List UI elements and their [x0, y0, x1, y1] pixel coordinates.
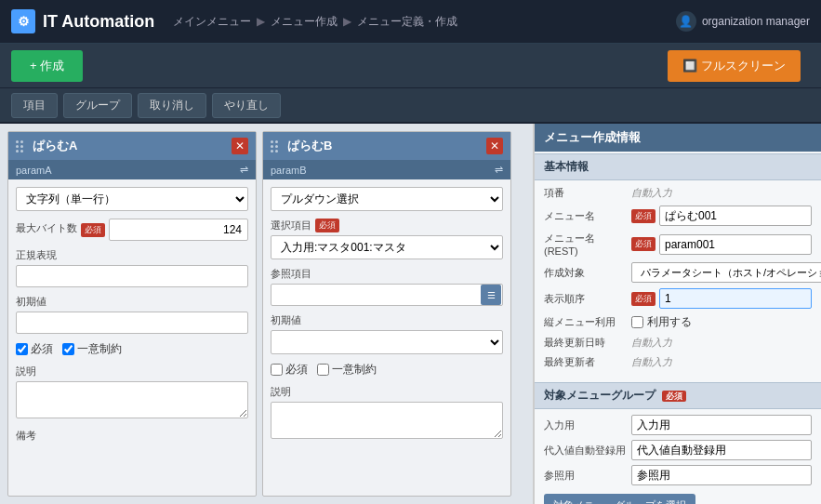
- type-select-row-a: 文字列（単一行）: [16, 187, 248, 211]
- create-target-select[interactable]: パラメータシート（ホスト/オペレーションあ: [631, 262, 821, 283]
- target-menu-input-label: 入力用: [544, 418, 628, 432]
- right-panel-title: メニュー作成情報: [535, 124, 821, 152]
- unique-label-a: 一意制約: [77, 341, 122, 357]
- display-order-required-badge: 必須: [631, 292, 655, 306]
- target-menu-auto-value[interactable]: [631, 440, 812, 460]
- initial-input-a[interactable]: [16, 312, 248, 334]
- required-label-a: 必須: [31, 341, 53, 357]
- app-title: IT Automation: [43, 12, 154, 32]
- col-a-close-button[interactable]: ✕: [232, 138, 248, 154]
- type-select-a[interactable]: 文字列（単一行）: [16, 187, 248, 211]
- param-col-b-header: ぱらむB ✕: [263, 132, 510, 160]
- field-value-bango: 自動入力: [631, 186, 672, 200]
- param-col-a-header: ぱらむA ✕: [8, 132, 256, 160]
- main-content: ぱらむA ✕ paramA ⇌ 文字列（単一行） 最大バイト数 必須: [0, 124, 821, 504]
- menu-name-required-badge: 必須: [631, 209, 655, 223]
- logo-icon: ⚙: [11, 9, 35, 33]
- menu-name-rest-input[interactable]: [659, 234, 812, 255]
- breadcrumb-item-1[interactable]: メインメニュー: [173, 14, 251, 30]
- regex-input[interactable]: [16, 265, 248, 287]
- target-group-label: 対象メニューグループ: [544, 389, 655, 402]
- ref-item-input[interactable]: [271, 284, 503, 306]
- item-button[interactable]: 項目: [11, 93, 58, 118]
- param-col-b-title: ぱらむB: [287, 138, 332, 154]
- select-item-select[interactable]: 入力用:マスタ001:マスタ: [271, 235, 503, 259]
- param-col-b-sub-icon: ⇌: [495, 164, 503, 176]
- required-checkbox-b[interactable]: [271, 364, 283, 376]
- field-value-last-updated: 自動入力: [631, 336, 672, 350]
- secondary-toolbar: 項目 グループ 取り消し やり直し: [0, 88, 821, 124]
- target-menu-input-row: 入力用: [544, 415, 812, 435]
- drag-handle-a[interactable]: [16, 140, 23, 153]
- type-select-b[interactable]: プルダウン選択: [271, 187, 503, 211]
- target-menu-auto-label: 代入値自動登録用: [544, 444, 628, 458]
- field-row-bango: 項番 自動入力: [544, 186, 812, 200]
- user-area: 👤 organization manager: [676, 11, 810, 32]
- select-group-button[interactable]: 対象メニューグループを選択: [544, 494, 695, 504]
- field-label-last-updated: 最終更新日時: [544, 336, 628, 350]
- target-menu-ref-label: 参照用: [544, 469, 628, 483]
- vertical-menu-checkbox[interactable]: [631, 316, 643, 328]
- max-bytes-input[interactable]: [109, 219, 248, 241]
- breadcrumb-item-3[interactable]: メニュー定義・作成: [357, 14, 457, 30]
- checkbox-row-b: 必須 一意制約: [271, 362, 503, 378]
- basic-info-form: 項番 自動入力 メニュー名 必須 メニュー名(REST) 必須 作成対象 パラメ…: [535, 180, 821, 380]
- cancel-button[interactable]: 取り消し: [138, 93, 206, 118]
- target-group-required-badge: 必須: [662, 391, 686, 402]
- ref-item-input-area: ☰: [271, 284, 503, 306]
- param-col-a-title: ぱらむA: [33, 138, 77, 154]
- unique-check-b[interactable]: 一意制約: [317, 362, 377, 378]
- field-label-vertical-menu: 縦メニュー利用: [544, 315, 628, 329]
- field-row-display-order: 表示順序 必須: [544, 288, 812, 309]
- param-col-a-sub-icon: ⇌: [240, 164, 248, 176]
- required-checkbox-a[interactable]: [16, 343, 28, 355]
- breadcrumb-sep-1: ▶: [257, 15, 265, 28]
- menu-name-input[interactable]: [659, 206, 812, 226]
- target-menu-input-value[interactable]: [631, 415, 812, 435]
- target-menu-ref-value[interactable]: [631, 465, 812, 485]
- max-bytes-row: 最大バイト数 必須: [16, 219, 248, 241]
- initial-row-b: 初期値: [271, 313, 503, 354]
- required-label-b: 必須: [285, 362, 308, 378]
- breadcrumb: メインメニュー ▶ メニュー作成 ▶ メニュー定義・作成: [173, 14, 676, 30]
- note-label-a: 備考: [16, 429, 248, 443]
- user-name: organization manager: [702, 15, 810, 28]
- drag-handle-b[interactable]: [271, 140, 278, 153]
- regex-label: 正規表現: [16, 248, 248, 262]
- unique-label-b: 一意制約: [332, 362, 377, 378]
- vertical-menu-check-label: 利用する: [647, 314, 692, 330]
- display-order-input[interactable]: [659, 288, 812, 309]
- fullscreen-button[interactable]: 🔲 フルスクリーン: [668, 50, 801, 82]
- breadcrumb-item-2[interactable]: メニュー作成: [271, 14, 338, 30]
- param-col-b-body: プルダウン選択 選択項目 必須 入力用:マスタ001:マスタ 参照項目: [263, 179, 510, 457]
- desc-row-b: 説明: [271, 385, 503, 442]
- type-select-row-b: プルダウン選択: [271, 187, 503, 211]
- user-icon: 👤: [676, 11, 696, 32]
- desc-textarea-a[interactable]: [16, 381, 248, 418]
- group-button[interactable]: グループ: [63, 93, 132, 118]
- redo-button[interactable]: やり直し: [212, 93, 281, 118]
- ref-item-label: 参照項目: [271, 267, 503, 281]
- field-label-bango: 項番: [544, 186, 628, 200]
- main-toolbar: + 作成 🔲 フルスクリーン: [0, 44, 821, 88]
- desc-row-a: 説明: [16, 365, 248, 421]
- unique-checkbox-a[interactable]: [62, 343, 74, 355]
- vertical-menu-checkbox-area: 利用する: [631, 314, 692, 330]
- field-row-menu-name: メニュー名 必須: [544, 206, 812, 226]
- create-button[interactable]: + 作成: [11, 50, 83, 82]
- ref-item-icon-button[interactable]: ☰: [481, 285, 501, 305]
- select-item-label: 選択項目 必須: [271, 219, 503, 232]
- initial-select-b[interactable]: [271, 330, 503, 354]
- required-check-a[interactable]: 必須: [16, 341, 53, 357]
- unique-check-a[interactable]: 一意制約: [62, 341, 122, 357]
- unique-checkbox-b[interactable]: [317, 364, 329, 376]
- basic-info-section: 基本情報: [535, 153, 821, 180]
- max-bytes-required-badge: 必須: [81, 223, 105, 237]
- app-header: ⚙ IT Automation メインメニュー ▶ メニュー作成 ▶ メニュー定…: [0, 0, 821, 44]
- desc-textarea-b[interactable]: [271, 402, 503, 439]
- required-check-b[interactable]: 必須: [271, 362, 308, 378]
- param-columns-area: ぱらむA ✕ paramA ⇌ 文字列（単一行） 最大バイト数 必須: [0, 124, 533, 504]
- right-panel: メニュー作成情報 基本情報 項番 自動入力 メニュー名 必須 メニュー名(RES…: [533, 124, 821, 504]
- col-b-close-button[interactable]: ✕: [486, 138, 503, 154]
- checkbox-row-a: 必須 一意制約: [16, 341, 248, 357]
